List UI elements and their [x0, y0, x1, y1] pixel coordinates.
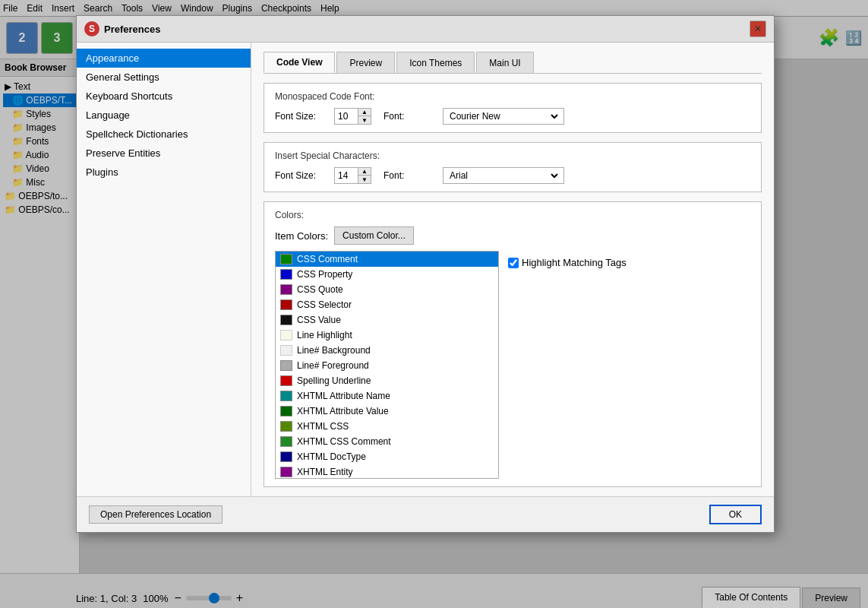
mono-font-size-down[interactable]: ▼	[358, 116, 371, 124]
color-item-xhtml-doctype[interactable]: XHTML DocType	[276, 449, 498, 464]
color-item-xhtml-entity[interactable]: XHTML Entity	[276, 464, 498, 479]
color-item-line-highlight[interactable]: Line Highlight	[276, 328, 498, 343]
swatch-css-property	[280, 269, 292, 280]
mono-font-size-input[interactable]	[335, 109, 358, 124]
nav-item-appearance[interactable]: Appearance	[77, 49, 251, 68]
insert-font-size-label: Font Size:	[275, 170, 328, 181]
insert-font-size-input[interactable]	[335, 168, 358, 183]
color-item-line-num-bg[interactable]: Line# Background	[276, 343, 498, 358]
highlight-label: Highlight Matching Tags	[522, 257, 627, 268]
color-item-xhtml-attr-name[interactable]: XHTML Attribute Name	[276, 388, 498, 404]
swatch-line-num-fg	[280, 360, 292, 371]
swatch-css-selector	[280, 299, 292, 310]
font-size-label: Font Size:	[275, 111, 328, 122]
insert-section: Insert Special Characters: Font Size: ▲ …	[264, 142, 762, 192]
swatch-xhtml-doctype	[280, 451, 292, 462]
nav-sidebar: Appearance General Settings Keyboard Sho…	[77, 43, 251, 496]
open-prefs-location-btn[interactable]: Open Preferences Location	[89, 505, 223, 524]
color-item-css-property[interactable]: CSS Property	[276, 267, 498, 282]
dialog-title-group: S Preferences	[84, 21, 160, 36]
modal-overlay: S Preferences ✕ Appearance General Setti…	[0, 0, 868, 608]
dialog-footer: Open Preferences Location OK	[77, 496, 774, 532]
mono-font-size-spinner: ▲ ▼	[334, 108, 371, 125]
swatch-line-highlight	[280, 330, 292, 340]
mono-font-select[interactable]: Courier New Consolas Lucida Console Mono…	[443, 108, 564, 125]
mono-font-size-up[interactable]: ▲	[358, 109, 371, 116]
mono-font-size-arrows: ▲ ▼	[358, 109, 371, 124]
swatch-css-comment	[280, 254, 292, 264]
nav-item-spellcheck[interactable]: Spellcheck Dictionaries	[77, 125, 251, 144]
custom-color-btn[interactable]: Custom Color...	[334, 226, 414, 245]
insert-font-size-down[interactable]: ▼	[358, 176, 371, 183]
monospaced-section: Monospaced Code Font: Font Size: ▲ ▼ Fon…	[264, 83, 762, 133]
color-item-css-quote[interactable]: CSS Quote	[276, 282, 498, 297]
colors-row: Item Colors: Custom Color...	[275, 226, 750, 245]
ok-btn[interactable]: OK	[709, 505, 762, 524]
dialog-close-btn[interactable]: ✕	[750, 21, 766, 37]
dialog-body: Appearance General Settings Keyboard Sho…	[77, 43, 774, 496]
insert-font-label: Font:	[383, 170, 437, 181]
colors-main: CSS Comment CSS Property CSS Quote	[275, 251, 750, 479]
swatch-spelling	[280, 375, 292, 386]
color-item-css-value[interactable]: CSS Value	[276, 312, 498, 328]
swatch-css-value	[280, 315, 292, 325]
insert-font-select-input[interactable]: Arial Courier New Times New Roman Verdan…	[447, 169, 560, 182]
color-item-xhtml-css[interactable]: XHTML CSS	[276, 419, 498, 434]
nav-item-language[interactable]: Language	[77, 106, 251, 125]
color-list-wrapper: CSS Comment CSS Property CSS Quote	[275, 251, 499, 479]
nav-item-plugins[interactable]: Plugins	[77, 163, 251, 182]
insert-font-select[interactable]: Arial Courier New Times New Roman Verdan…	[443, 167, 564, 184]
tab-code-view[interactable]: Code View	[264, 52, 335, 73]
highlight-checkbox[interactable]	[508, 258, 519, 268]
color-list: CSS Comment CSS Property CSS Quote	[276, 252, 498, 479]
color-item-line-num-fg[interactable]: Line# Foreground	[276, 358, 498, 373]
insert-font-size-spinner: ▲ ▼	[334, 167, 371, 184]
monospaced-title: Monospaced Code Font:	[275, 91, 750, 102]
dialog-title-text: Preferences	[104, 24, 160, 35]
swatch-css-quote	[280, 284, 292, 295]
swatch-xhtml-attr-value	[280, 406, 292, 416]
color-item-spelling[interactable]: Spelling Underline	[276, 373, 498, 388]
mono-font-select-input[interactable]: Courier New Consolas Lucida Console Mono…	[447, 110, 560, 122]
colors-title: Colors:	[275, 210, 750, 220]
tab-bar: Code View Preview Icon Themes Main UI	[264, 52, 762, 74]
color-item-xhtml-css-comment[interactable]: XHTML CSS Comment	[276, 434, 498, 449]
swatch-xhtml-entity	[280, 467, 292, 477]
color-item-css-comment[interactable]: CSS Comment	[276, 252, 498, 267]
color-list-container[interactable]: CSS Comment CSS Property CSS Quote	[275, 251, 499, 479]
swatch-line-num-bg	[280, 345, 292, 356]
tab-preview[interactable]: Preview	[336, 52, 395, 73]
dialog-titlebar: S Preferences ✕	[77, 16, 774, 43]
insert-form-row: Font Size: ▲ ▼ Font: Arial	[275, 167, 750, 184]
content-area: Code View Preview Icon Themes Main UI Mo…	[251, 43, 774, 496]
item-colors-label: Item Colors:	[275, 230, 328, 242]
nav-item-general[interactable]: General Settings	[77, 68, 251, 87]
colors-section: Colors: Item Colors: Custom Color... C	[264, 201, 762, 487]
tab-main-ui[interactable]: Main UI	[476, 52, 533, 73]
swatch-xhtml-css-comment	[280, 436, 292, 447]
tab-icon-themes[interactable]: Icon Themes	[396, 52, 475, 73]
insert-font-size-arrows: ▲ ▼	[358, 168, 371, 183]
monospaced-form-row: Font Size: ▲ ▼ Font: Courier New	[275, 108, 750, 125]
highlight-checkbox-wrap: Highlight Matching Tags	[508, 257, 627, 268]
swatch-xhtml-css	[280, 421, 292, 432]
nav-item-keyboard[interactable]: Keyboard Shortcuts	[77, 87, 251, 106]
sigil-icon: S	[84, 21, 99, 36]
color-item-xhtml-attr-value[interactable]: XHTML Attribute Value	[276, 404, 498, 419]
preferences-dialog: S Preferences ✕ Appearance General Setti…	[76, 15, 775, 533]
mono-font-label: Font:	[383, 111, 437, 122]
nav-item-preserve[interactable]: Preserve Entities	[77, 144, 251, 163]
color-item-css-selector[interactable]: CSS Selector	[276, 297, 498, 312]
insert-font-size-up[interactable]: ▲	[358, 168, 371, 176]
insert-title: Insert Special Characters:	[275, 150, 750, 161]
swatch-xhtml-attr-name	[280, 391, 292, 401]
highlight-tags-area: Highlight Matching Tags	[508, 251, 627, 479]
